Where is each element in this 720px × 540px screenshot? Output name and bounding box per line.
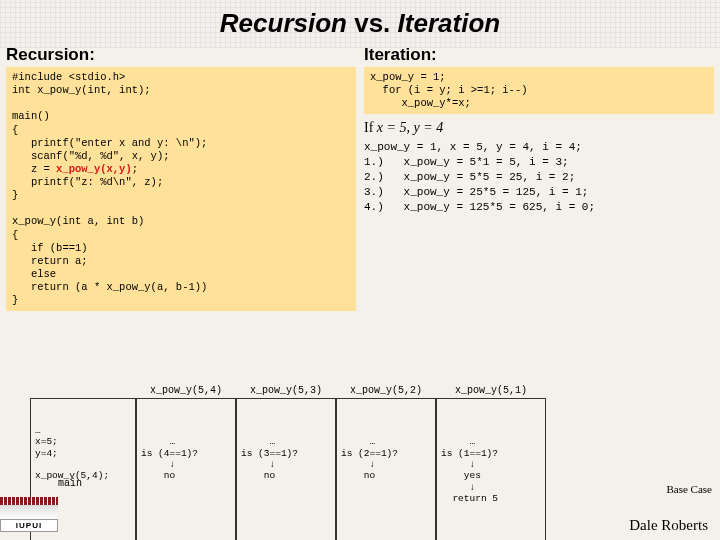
logo-text: IUPUI (0, 519, 58, 532)
frame-body: … is (3==1)? ↓ no (241, 436, 331, 482)
stack-frame-1: x_pow_y(5,4) … is (4==1)? ↓ no 625 (136, 398, 236, 540)
frame-header: x_pow_y(5,3) (237, 385, 335, 397)
recursion-code: #include <stdio.h> int x_pow_y(int, int)… (6, 67, 356, 311)
title-mid: vs. (354, 8, 390, 38)
iupui-logo: IUPUI (0, 497, 58, 532)
recursion-heading: Recursion: (6, 45, 356, 65)
code-highlight: x_pow_y(x,y) (56, 163, 132, 175)
stack-frame-3: x_pow_y(5,2) … is (2==1)? ↓ no 25 (336, 398, 436, 540)
slide-title: Recursion vs. Iteration (0, 8, 720, 39)
frame-body: … is (2==1)? ↓ no (341, 436, 431, 482)
left-column: Recursion: #include <stdio.h> int x_pow_… (6, 43, 356, 311)
right-column: Iteration: x_pow_y = 1; for (i = y; i >=… (364, 43, 714, 311)
stack-frame-2: x_pow_y(5,3) … is (3==1)? ↓ no 125 (236, 398, 336, 540)
author-footer: Dale Roberts (629, 517, 708, 534)
iteration-trace: x_pow_y = 1, x = 5, y = 4, i = 4; 1.) x_… (364, 140, 714, 214)
frame-body: … is (1==1)? ↓ yes ↓ return 5 (441, 436, 541, 504)
if-text: If x = 5, y = 4 (364, 120, 714, 136)
if-pre: If (364, 120, 377, 135)
iteration-code: x_pow_y = 1; for (i = y; i >=1; i--) x_p… (364, 67, 714, 114)
call-stack-diagram: … x=5; y=4; x_pow_y(5,4); x_pow_y(5,4) …… (30, 398, 546, 540)
if-vals: x = 5, y = 4 (377, 120, 443, 135)
frame-body: … is (4==1)? ↓ no (141, 436, 231, 482)
title-post: Iteration (390, 8, 500, 38)
logo-bars-icon (0, 497, 58, 505)
frame-header: x_pow_y(5,4) (137, 385, 235, 397)
frame-header: x_pow_y(5,1) (437, 385, 545, 397)
code-part-a: #include <stdio.h> int x_pow_y(int, int)… (12, 71, 207, 175)
title-pre: Recursion (220, 8, 354, 38)
frame-body: … x=5; y=4; x_pow_y(5,4); (35, 425, 131, 482)
frame-header: x_pow_y(5,2) (337, 385, 435, 397)
stack-frame-4: x_pow_y(5,1) … is (1==1)? ↓ yes ↓ return… (436, 398, 546, 540)
iteration-heading: Iteration: (364, 45, 714, 65)
base-case-label: Base Case (666, 483, 712, 495)
code-part-b: ; printf("z: %d\n", z); } x_pow_y(int a,… (12, 163, 207, 306)
main-label: main (58, 478, 82, 489)
